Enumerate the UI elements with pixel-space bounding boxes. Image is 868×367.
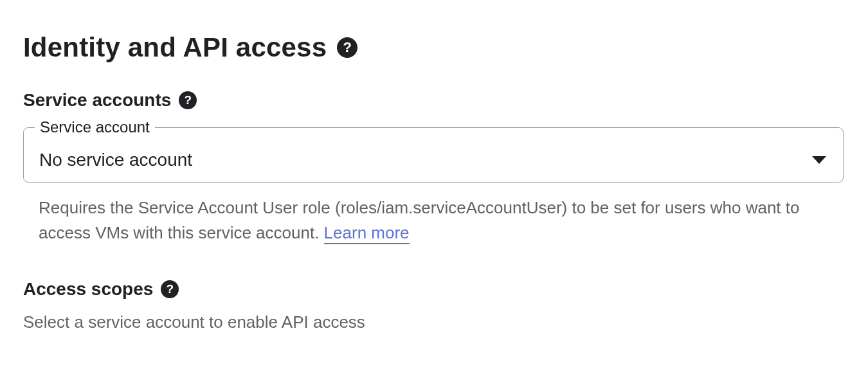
help-icon[interactable]: ? (337, 37, 357, 58)
service-accounts-heading: Service accounts (23, 90, 171, 111)
help-icon[interactable]: ? (179, 91, 197, 109)
help-icon[interactable]: ? (161, 280, 179, 298)
service-account-selected-value: No service account (39, 150, 192, 170)
section-title: Identity and API access (23, 32, 327, 63)
service-account-field: Service account No service account (23, 127, 844, 183)
chevron-down-icon (812, 156, 826, 164)
helper-text-content: Requires the Service Account User role (… (39, 198, 800, 242)
access-scopes-hint: Select a service account to enable API a… (23, 312, 845, 332)
access-scopes-heading: Access scopes (23, 279, 153, 300)
service-account-helper-text: Requires the Service Account User role (… (23, 195, 844, 246)
learn-more-link[interactable]: Learn more (324, 223, 410, 244)
service-account-field-label: Service account (35, 118, 155, 136)
svg-marker-0 (812, 156, 826, 164)
